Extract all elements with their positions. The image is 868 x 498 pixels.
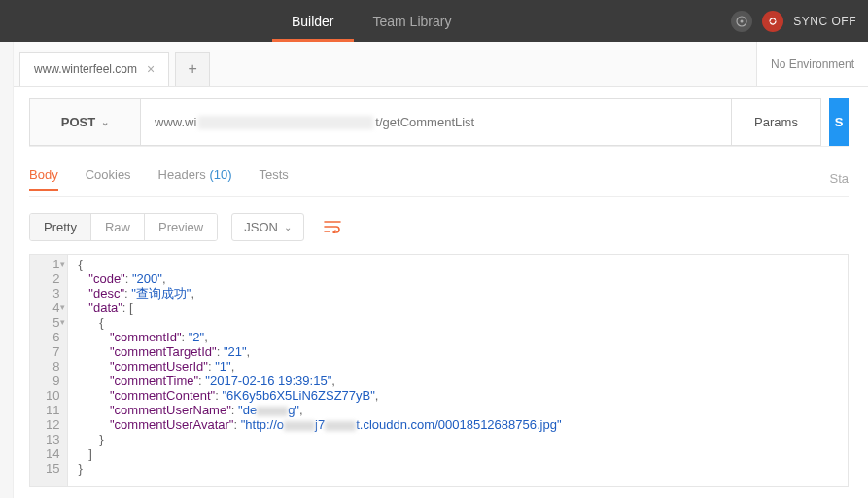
subtab-body[interactable]: Body <box>29 167 58 191</box>
view-raw[interactable]: Raw <box>91 214 145 240</box>
url-suffix: t/getCommentList <box>375 115 474 129</box>
request-tab-label: www.winterfeel.com <box>34 62 137 76</box>
subtab-tests[interactable]: Tests <box>260 167 289 190</box>
request-url-row: POST ⌄ www.wit/getCommentList Params S <box>29 98 849 147</box>
url-prefix: www.wi <box>155 115 196 129</box>
status-text: Sta <box>829 171 849 186</box>
response-subtabs: Body Cookies Headers (10) Tests Sta <box>29 160 849 197</box>
wrap-lines-icon[interactable] <box>318 212 347 241</box>
response-body: 123456789101112131415 { "code": "200", "… <box>29 254 849 487</box>
subtab-cookies[interactable]: Cookies <box>86 167 131 190</box>
subtab-headers-label: Headers <box>158 167 206 182</box>
format-label: JSON <box>244 220 278 234</box>
params-button[interactable]: Params <box>732 98 821 146</box>
code-content[interactable]: { "code": "200", "desc": "查询成功", "data":… <box>68 255 571 486</box>
method-selector[interactable]: POST ⌄ <box>29 98 141 146</box>
request-tabs-row: www.winterfeel.com × + No Environment <box>0 42 868 87</box>
capture-icon[interactable] <box>731 11 752 32</box>
line-gutter: 123456789101112131415 <box>30 255 68 486</box>
add-tab-button[interactable]: + <box>175 52 210 86</box>
chevron-down-icon: ⌄ <box>284 222 292 232</box>
close-icon[interactable]: × <box>147 61 155 77</box>
view-pretty[interactable]: Pretty <box>30 214 91 240</box>
method-label: POST <box>61 115 95 129</box>
svg-point-1 <box>741 19 744 22</box>
sync-label: SYNC OFF <box>793 15 856 28</box>
url-input[interactable]: www.wit/getCommentList <box>141 98 732 146</box>
app-header: Builder Team Library SYNC OFF <box>0 0 868 42</box>
view-mode-group: Pretty Raw Preview <box>29 213 218 241</box>
subtab-headers[interactable]: Headers (10) <box>158 167 232 190</box>
tab-builder[interactable]: Builder <box>272 0 354 42</box>
header-right: SYNC OFF <box>731 11 856 32</box>
format-selector[interactable]: JSON ⌄ <box>231 213 304 241</box>
sync-icon[interactable] <box>762 11 783 32</box>
view-row: Pretty Raw Preview JSON ⌄ <box>29 207 849 246</box>
app-left-strip <box>0 42 14 487</box>
header-tabs: Builder Team Library <box>12 0 731 42</box>
request-tab[interactable]: www.winterfeel.com × <box>19 52 169 86</box>
url-redacted <box>198 116 373 129</box>
environment-selector[interactable]: No Environment <box>756 42 868 86</box>
send-button[interactable]: S <box>829 98 849 146</box>
view-preview[interactable]: Preview <box>145 214 217 240</box>
subtab-headers-count: (10) <box>209 167 231 182</box>
tab-team-library[interactable]: Team Library <box>354 0 471 42</box>
chevron-down-icon: ⌄ <box>101 117 109 127</box>
